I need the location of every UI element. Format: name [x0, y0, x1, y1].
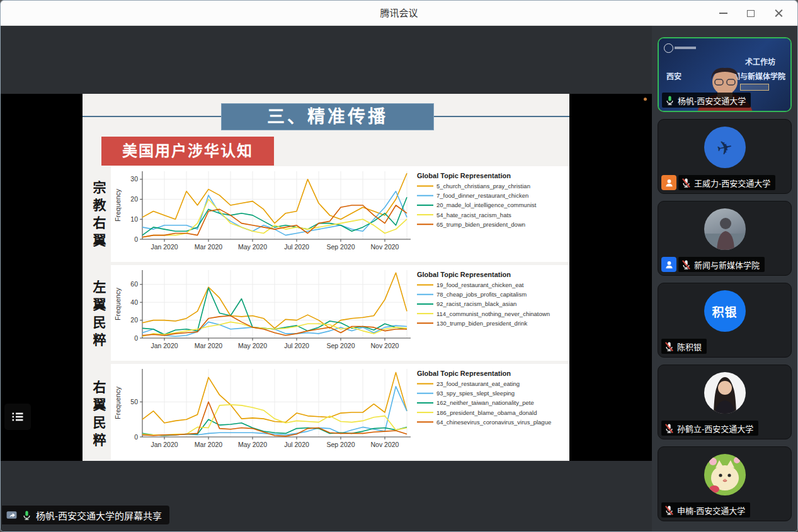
svg-text:May 2020: May 2020: [238, 342, 267, 349]
svg-text:20: 20: [130, 195, 138, 203]
cartoon-cat: [704, 454, 746, 495]
avatar-portrait-photo: [704, 372, 746, 414]
svg-text:Sep 2020: Sep 2020: [327, 441, 355, 448]
svg-text:162_neither_taiwan_nationality: 162_neither_taiwan_nationality_pete: [436, 399, 534, 406]
person-icon: [664, 260, 674, 269]
person-by-sea-photo: [704, 208, 746, 250]
close-button[interactable]: [765, 1, 792, 26]
participant-name: 孙鹤立-西安交通大学: [677, 422, 753, 434]
avatar-initials-text: 积银: [712, 303, 737, 320]
slide-subtitle: 美国用户涉华认知: [101, 137, 274, 166]
list-icon: [11, 410, 25, 424]
svg-text:20: 20: [130, 316, 138, 324]
svg-text:Frequency: Frequency: [114, 189, 122, 222]
tencent-meeting-window: 腾讯会议 三、精准传播 美国用户涉华认知 宗教右翼 左翼民粹 右翼民粹 0102…: [0, 0, 798, 532]
mic-muted-icon: [664, 505, 675, 516]
mic-muted-icon: [681, 178, 692, 188]
svg-text:65_trump_biden_president_down: 65_trump_biden_president_down: [436, 221, 525, 228]
avatar-photo-sea: [704, 208, 746, 250]
main-stage: 三、精准传播 美国用户涉华认知 宗教右翼 左翼民粹 右翼民粹 0102030Ja…: [1, 26, 653, 532]
svg-text:Jan 2020: Jan 2020: [151, 342, 178, 349]
svg-text:Sep 2020: Sep 2020: [327, 243, 355, 251]
row-label-religious-right: 宗教右翼: [86, 181, 108, 251]
svg-text:May 2020: May 2020: [238, 441, 267, 448]
row-label-left-populism: 左翼民粹: [86, 280, 108, 351]
svg-text:Nov 2020: Nov 2020: [371, 441, 399, 448]
svg-text:78_cheap_jobs_profits_capitali: 78_cheap_jobs_profits_capitalism: [436, 291, 527, 298]
person-icon: [664, 178, 674, 188]
svg-text:Jul 2020: Jul 2020: [284, 342, 309, 349]
row-label-right-populism: 右翼民粹: [86, 380, 108, 451]
svg-text:92_racist_racism_black_asian: 92_racist_racism_black_asian: [436, 300, 516, 307]
minimize-button[interactable]: [709, 1, 737, 26]
slide-section-title: 三、精准传播: [221, 103, 434, 130]
avatar-initials: 积银: [704, 290, 746, 332]
svg-text:Global Topic Representation: Global Topic Representation: [417, 370, 511, 377]
topic-frequency-chart-left-populism: 0204060Jan 2020Mar 2020May 2020Jul 2020S…: [111, 265, 569, 361]
svg-text:114_communist_nothing_never_ch: 114_communist_nothing_never_chinatown: [436, 310, 550, 317]
topic-frequency-chart-religious-right: 0102030Jan 2020Mar 2020May 2020Jul 2020S…: [111, 166, 569, 262]
window-title: 腾讯会议: [1, 1, 797, 26]
window-controls: [709, 1, 792, 26]
participant-name: 申楠-西安交通大学: [677, 504, 745, 516]
close-icon: [775, 9, 783, 18]
participant-tile-chenjiyin[interactable]: 积银 陈积银: [658, 283, 792, 358]
maximize-button[interactable]: [737, 1, 765, 26]
svg-text:54_hate_racist_racism_hats: 54_hate_racist_racism_hats: [436, 212, 511, 218]
participant-tile-xinwenxueyuan[interactable]: 新闻与新媒体学院: [658, 201, 792, 276]
svg-text:50: 50: [130, 398, 138, 405]
video-overlay-text: 西安: [666, 71, 681, 81]
mic-on-icon: [664, 95, 675, 106]
mic-muted-icon: [664, 341, 675, 352]
svg-text:Sep 2020: Sep 2020: [327, 342, 355, 349]
maximize-icon: [747, 10, 755, 17]
svg-text:0: 0: [134, 235, 138, 243]
svg-text:Jul 2020: Jul 2020: [284, 441, 309, 448]
participant-tile-shennan[interactable]: 申楠-西安交通大学: [658, 446, 792, 521]
svg-text:Frequency: Frequency: [114, 288, 122, 320]
participant-tile-wangweili[interactable]: ✈ 王威力-西安交通大学: [658, 119, 792, 194]
svg-text:64_chinesevirus_coronavirus_vi: 64_chinesevirus_coronavirus_virus_plague: [436, 419, 551, 426]
svg-text:Mar 2020: Mar 2020: [195, 243, 223, 251]
mic-muted-icon: [681, 259, 692, 270]
screen-share-icon: [6, 509, 18, 521]
member-badge: [661, 257, 676, 272]
svg-text:0: 0: [134, 334, 138, 342]
svg-text:Jan 2020: Jan 2020: [151, 441, 178, 448]
svg-text:20_made_lol_intelligence_commu: 20_made_lol_intelligence_communist: [436, 201, 537, 208]
topic-frequency-chart-right-populism: 050Jan 2020Mar 2020May 2020Jul 2020Sep 2…: [111, 364, 569, 460]
svg-text:93_spy_spies_slept_sleeping: 93_spy_spies_slept_sleeping: [436, 390, 515, 397]
presenter-pointer-dot: [644, 98, 647, 101]
avatar-cartoon-cat: [704, 454, 746, 495]
woman-portrait: [704, 372, 746, 414]
participant-tile-sunheli[interactable]: 孙鹤立-西安交通大学: [658, 365, 792, 439]
svg-text:Mar 2020: Mar 2020: [195, 342, 223, 349]
svg-text:19_food_restaurant_chicken_eat: 19_food_restaurant_chicken_eat: [436, 281, 524, 288]
screen-share-label: 杨帆-西安交通大学的屏幕共享: [36, 509, 162, 522]
svg-text:5_church_christians_pray_chris: 5_church_christians_pray_christian: [436, 183, 530, 190]
svg-text:Nov 2020: Nov 2020: [371, 342, 399, 349]
hand-raised-badge: [661, 175, 676, 190]
mic-on-icon: [21, 510, 32, 521]
svg-text:7_food_dinner_restaurant_chick: 7_food_dinner_restaurant_chicken: [436, 192, 528, 199]
svg-text:Jul 2020: Jul 2020: [284, 243, 309, 251]
svg-text:Frequency: Frequency: [114, 387, 122, 419]
screen-share-banner[interactable]: 杨帆-西安交通大学的屏幕共享: [2, 506, 169, 524]
svg-text:130_trump_biden_president_drin: 130_trump_biden_president_drink: [436, 320, 527, 327]
svg-text:186_president_blame_obama_dona: 186_president_blame_obama_donald: [436, 409, 537, 416]
svg-text:Nov 2020: Nov 2020: [371, 243, 399, 251]
participant-list-button[interactable]: [4, 404, 31, 430]
mic-muted-icon: [664, 423, 675, 434]
svg-text:Mar 2020: Mar 2020: [195, 441, 223, 448]
presentation-slide: 三、精准传播 美国用户涉华认知 宗教右翼 左翼民粹 右翼民粹 0102030Ja…: [83, 94, 569, 461]
svg-text:23_food_restaurant_eat_eating: 23_food_restaurant_eat_eating: [436, 380, 520, 387]
svg-text:Jan 2020: Jan 2020: [151, 243, 178, 251]
participant-tile-yangfan[interactable]: 术工作坊 西安 闻与新媒体学院: [658, 37, 792, 112]
svg-text:0: 0: [134, 433, 138, 441]
avatar-plane: ✈: [704, 127, 746, 168]
svg-text:30: 30: [130, 175, 138, 183]
participants-sidebar: 术工作坊 西安 闻与新媒体学院: [652, 26, 797, 532]
svg-text:Global Topic Representation: Global Topic Representation: [417, 172, 511, 179]
participant-name: 新闻与新媒体学院: [694, 259, 760, 271]
svg-text:40: 40: [130, 298, 138, 306]
